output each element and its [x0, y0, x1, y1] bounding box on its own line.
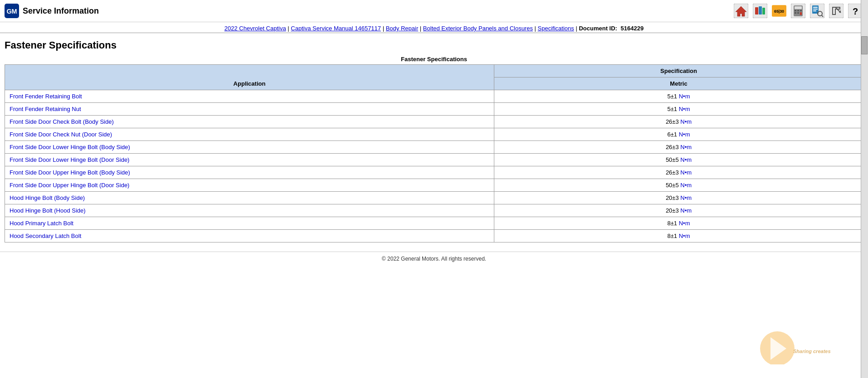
td-metric: 50±5 N•m — [494, 179, 863, 192]
spec-table: Application Specification Metric Front F… — [5, 64, 863, 242]
table-section: Fastener Specifications Application Spec… — [0, 56, 868, 252]
td-application: Hood Hinge Bolt (Body Side) — [5, 192, 494, 204]
td-application: Front Side Door Upper Hinge Bolt (Door S… — [5, 179, 494, 192]
table-row: Front Side Door Lower Hinge Bolt (Door S… — [5, 154, 863, 166]
svg-rect-5 — [755, 7, 758, 15]
header-icons: 65|30 — [733, 3, 863, 19]
table-row: Front Fender Retaining Nut5±1 N•m — [5, 103, 863, 116]
svg-rect-22 — [813, 9, 818, 10]
svg-rect-21 — [813, 7, 818, 8]
footer: © 2022 General Motors. All rights reserv… — [0, 252, 868, 266]
table-row: Front Side Door Upper Hinge Bolt (Door S… — [5, 179, 863, 192]
breadcrumb-manual[interactable]: Captiva Service Manual 14657117 — [291, 25, 381, 32]
table-body: Front Fender Retaining Bolt5±1 N•mFront … — [5, 90, 863, 242]
table-caption: Fastener Specifications — [5, 56, 863, 63]
doc-id-value: 5164229 — [621, 25, 644, 32]
scrollbar[interactable] — [861, 0, 868, 266]
td-metric: 8±1 N•m — [494, 230, 863, 242]
td-metric: 26±3 N•m — [494, 141, 863, 154]
footer-text: © 2022 General Motors. All rights reserv… — [382, 256, 486, 262]
scrollbar-thumb[interactable] — [861, 36, 868, 54]
td-application: Front Side Door Check Bolt (Body Side) — [5, 116, 494, 128]
svg-rect-6 — [759, 6, 762, 15]
td-metric: 26±3 N•m — [494, 116, 863, 128]
td-metric: 20±3 N•m — [494, 192, 863, 204]
header: GM Service Information 65|30 — [0, 0, 868, 22]
gm-logo: GM — [5, 4, 19, 18]
svg-rect-15 — [800, 10, 802, 11]
svg-rect-16 — [795, 12, 796, 14]
td-metric: 8±1 N•m — [494, 217, 863, 230]
svg-rect-17 — [797, 12, 799, 14]
breadcrumb-captiva[interactable]: 2022 Chevrolet Captiva — [224, 25, 286, 32]
th-application: Application — [5, 65, 494, 90]
calculator-icon[interactable] — [790, 3, 806, 19]
table-row: Front Side Door Lower Hinge Bolt (Body S… — [5, 141, 863, 154]
svg-rect-18 — [800, 12, 802, 15]
td-metric: 26±3 N•m — [494, 166, 863, 179]
table-row: Hood Secondary Latch Bolt8±1 N•m — [5, 230, 863, 242]
svg-rect-14 — [797, 10, 799, 11]
td-metric: 5±1 N•m — [494, 103, 863, 116]
breadcrumb: 2022 Chevrolet Captiva | Captiva Service… — [0, 22, 868, 33]
svg-text:65|30: 65|30 — [774, 9, 784, 14]
svg-rect-13 — [795, 10, 796, 11]
table-row: Hood Hinge Bolt (Body Side)20±3 N•m — [5, 192, 863, 204]
doc-id-label: Document ID: — [579, 25, 617, 32]
search-doc-icon[interactable] — [809, 3, 825, 19]
service-info-title: Service Information — [23, 6, 99, 16]
breadcrumb-body-repair[interactable]: Body Repair — [386, 25, 419, 32]
td-metric: 20±3 N•m — [494, 204, 863, 217]
svg-rect-23 — [813, 10, 816, 11]
td-metric: 5±1 N•m — [494, 90, 863, 103]
svg-text:GM: GM — [6, 8, 17, 15]
th-metric: Metric — [494, 78, 863, 90]
svg-text:?: ? — [853, 6, 858, 16]
table-row: Front Side Door Upper Hinge Bolt (Body S… — [5, 166, 863, 179]
table-row: Front Side Door Check Bolt (Body Side)26… — [5, 116, 863, 128]
home-icon[interactable] — [733, 3, 749, 19]
td-application: Front Side Door Check Nut (Door Side) — [5, 128, 494, 141]
td-metric: 50±5 N•m — [494, 154, 863, 166]
svg-rect-26 — [829, 4, 844, 18]
td-metric: 6±1 N•m — [494, 128, 863, 141]
table-row: Front Side Door Check Nut (Door Side)6±1… — [5, 128, 863, 141]
speed-icon[interactable]: 65|30 — [771, 3, 787, 19]
td-application: Front Fender Retaining Bolt — [5, 90, 494, 103]
table-row: Hood Hinge Bolt (Hood Side)20±3 N•m — [5, 204, 863, 217]
table-row: Front Fender Retaining Bolt5±1 N•m — [5, 90, 863, 103]
table-row: Hood Primary Latch Bolt8±1 N•m — [5, 217, 863, 230]
td-application: Front Side Door Lower Hinge Bolt (Body S… — [5, 141, 494, 154]
breadcrumb-specifications[interactable]: Specifications — [538, 25, 574, 32]
table-header-row: Application Specification — [5, 65, 863, 78]
header-left: GM Service Information — [5, 4, 99, 18]
books-icon[interactable] — [752, 3, 768, 19]
nav-arrow-icon[interactable] — [828, 3, 844, 19]
breadcrumb-bolted[interactable]: Bolted Exterior Body Panels and Closures — [423, 25, 533, 32]
page-title: Fastener Specifications — [0, 33, 868, 56]
svg-rect-12 — [795, 6, 802, 9]
td-application: Front Fender Retaining Nut — [5, 103, 494, 116]
th-specification: Specification — [494, 65, 863, 78]
td-application: Hood Hinge Bolt (Hood Side) — [5, 204, 494, 217]
svg-rect-7 — [762, 8, 765, 15]
td-application: Front Side Door Lower Hinge Bolt (Door S… — [5, 154, 494, 166]
td-application: Hood Secondary Latch Bolt — [5, 230, 494, 242]
td-application: Hood Primary Latch Bolt — [5, 217, 494, 230]
td-application: Front Side Door Upper Hinge Bolt (Body S… — [5, 166, 494, 179]
